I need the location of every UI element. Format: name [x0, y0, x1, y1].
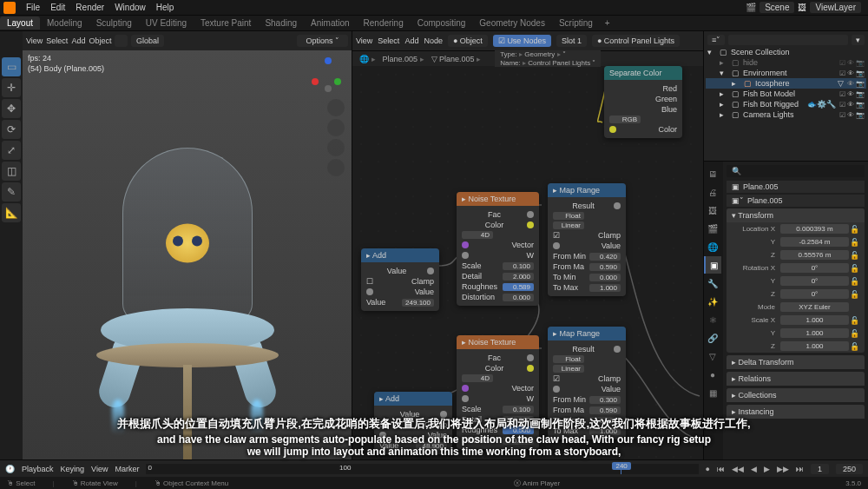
- prop-tab-scene[interactable]: 🎬: [704, 220, 721, 237]
- viewport-menu-add[interactable]: Add: [71, 36, 85, 45]
- cursor-tool[interactable]: ✛: [2, 78, 21, 97]
- node-add-1[interactable]: ▸ Add Value ☐ Clamp Value Value249.100: [361, 248, 439, 311]
- delta-transform-section[interactable]: ▸ Delta Transform: [727, 355, 865, 369]
- viewport-3d[interactable]: fps: 24 (54) Body (Plane.005): [23, 50, 352, 459]
- frame-start-field[interactable]: 1: [811, 464, 829, 474]
- lock-icon[interactable]: 🔓: [849, 290, 859, 299]
- tab-texture-paint[interactable]: Texture Paint: [194, 17, 258, 30]
- prop-tab-viewlayer[interactable]: 🖼: [704, 202, 721, 219]
- menu-file[interactable]: File: [21, 3, 45, 12]
- properties-search-input[interactable]: [745, 167, 859, 175]
- node-noise-texture-1[interactable]: ▸ Noise Texture Fac Color 4D Vector W Sc…: [457, 192, 539, 306]
- navigation-gizmo[interactable]: [310, 56, 346, 92]
- prop-tab-modifiers[interactable]: 🔧: [704, 274, 721, 292]
- node-menu-view[interactable]: View: [356, 36, 372, 45]
- tab-compositing[interactable]: Compositing: [411, 17, 473, 30]
- node-map-range-1[interactable]: ▸ Map Range Result Float Linear Clamp Va…: [548, 183, 626, 296]
- scene-name-field[interactable]: Scene: [760, 2, 794, 13]
- lock-icon[interactable]: 🔓: [849, 238, 859, 247]
- viewport-options-button[interactable]: Options ˅: [297, 35, 348, 47]
- lock-icon[interactable]: 🔓: [849, 264, 859, 273]
- scale-z-field[interactable]: 1.000: [780, 341, 849, 351]
- transport-prev-key[interactable]: ◀◀: [732, 465, 744, 473]
- menu-help[interactable]: Help: [151, 3, 180, 12]
- transport-play-rev[interactable]: ◀: [751, 465, 757, 473]
- timeline-track[interactable]: 0 100: [146, 464, 698, 474]
- orientation-dropdown[interactable]: Global: [131, 35, 164, 47]
- timeline-clock-icon[interactable]: 🕐: [5, 465, 15, 473]
- collections-section[interactable]: ▸ Collections: [727, 388, 865, 402]
- relations-section[interactable]: ▸ Relations: [727, 372, 865, 386]
- viewlayer-field[interactable]: ViewLayer: [810, 2, 861, 13]
- prop-tab-material[interactable]: ●: [704, 366, 721, 383]
- viewport-menu-view[interactable]: View: [26, 36, 43, 45]
- menu-edit[interactable]: Edit: [45, 3, 70, 12]
- outliner-item-environment[interactable]: ▾▢ Environment☑ 👁 📷: [706, 68, 866, 78]
- timeline-menu-keying[interactable]: Keying: [61, 465, 85, 473]
- outliner-item-camera-lights[interactable]: ▸▢ Camera Lights☑ 👁 📷: [706, 109, 866, 120]
- tab-rendering[interactable]: Rendering: [357, 17, 411, 30]
- breadcrumb-object[interactable]: Plane.005: [383, 55, 424, 63]
- viewport-menu-select[interactable]: Select: [46, 36, 68, 45]
- tab-shading[interactable]: Shading: [258, 17, 304, 30]
- rotation-x-field[interactable]: 0°: [780, 263, 849, 273]
- transform-section-title[interactable]: ▾ Transform: [727, 208, 865, 222]
- pan-icon[interactable]: [327, 119, 345, 136]
- outliner-filter-icon[interactable]: ≡˅: [707, 35, 725, 45]
- lock-icon[interactable]: 🔓: [849, 329, 859, 338]
- prop-tab-output[interactable]: 🖨: [704, 183, 721, 201]
- tab-sculpting[interactable]: Sculpting: [89, 17, 139, 30]
- location-y-field[interactable]: -0.2584 m: [780, 237, 849, 247]
- scale-x-field[interactable]: 1.000: [780, 315, 849, 325]
- lock-icon[interactable]: 🔓: [849, 342, 859, 351]
- breadcrumb-world-icon[interactable]: 🌐: [359, 55, 376, 63]
- lock-icon[interactable]: 🔓: [849, 316, 859, 325]
- rotation-y-field[interactable]: 0°: [780, 276, 849, 286]
- lock-icon[interactable]: 🔓: [849, 225, 859, 234]
- prop-tab-physics[interactable]: ⚛: [704, 311, 721, 328]
- select-tool[interactable]: ▭: [2, 57, 21, 76]
- measure-tool[interactable]: 📐: [2, 203, 21, 222]
- prop-tab-particles[interactable]: ✨: [704, 293, 721, 310]
- properties-search[interactable]: 🔍: [727, 165, 865, 177]
- tab-animation[interactable]: Animation: [304, 17, 356, 30]
- transport-start[interactable]: ⏮: [717, 465, 725, 473]
- timeline-menu-view[interactable]: View: [91, 465, 108, 473]
- timeline-menu-playback[interactable]: Playback: [22, 465, 54, 473]
- lock-icon[interactable]: 🔓: [849, 277, 859, 286]
- node-menu-node[interactable]: Node: [424, 36, 443, 45]
- prop-tab-texture[interactable]: ▦: [704, 384, 721, 401]
- outliner-search[interactable]: [728, 35, 848, 45]
- menu-render[interactable]: Render: [70, 3, 109, 12]
- transform-tool[interactable]: ◫: [2, 162, 21, 181]
- properties-object-name-2[interactable]: ▣˅ Plane.005: [727, 195, 865, 207]
- lock-icon[interactable]: 🔓: [849, 251, 859, 260]
- perspective-icon[interactable]: [327, 159, 345, 176]
- tab-uv-editing[interactable]: UV Editing: [139, 17, 194, 30]
- move-tool[interactable]: ✥: [2, 99, 21, 118]
- tab-modeling[interactable]: Modeling: [40, 17, 89, 30]
- outliner-collection-root[interactable]: ▾▢ Scene Collection: [706, 47, 866, 57]
- outliner-item-fish-bot-model[interactable]: ▸▢ Fish Bot Model☑ 👁 📷: [706, 89, 866, 99]
- prop-tab-data[interactable]: ▽: [704, 347, 721, 365]
- outliner-item-icosphere[interactable]: ▸▢ Icosphere▽👁 📷: [706, 78, 866, 89]
- object-pin-dropdown[interactable]: ● Object: [448, 35, 488, 47]
- transport-play[interactable]: ▶: [764, 465, 770, 473]
- material-field[interactable]: ● Control Panel Lights: [592, 35, 680, 47]
- location-z-field[interactable]: 0.55576 m: [780, 250, 849, 260]
- node-menu-add[interactable]: Add: [404, 36, 418, 45]
- annotate-tool[interactable]: ✎: [2, 182, 21, 202]
- prop-tab-object[interactable]: ▣: [704, 256, 721, 274]
- transport-end[interactable]: ⏭: [796, 465, 804, 473]
- rotation-z-field[interactable]: 0°: [780, 289, 849, 299]
- rotate-tool[interactable]: ⟳: [2, 120, 21, 139]
- prop-tab-render[interactable]: 🖥: [704, 165, 721, 182]
- node-separate-color[interactable]: Separate Color Red Green Blue RGB Color: [604, 66, 682, 138]
- menu-window[interactable]: Window: [109, 3, 151, 12]
- timeline-cursor[interactable]: [621, 464, 621, 474]
- tab-layout[interactable]: Layout: [0, 17, 40, 30]
- breadcrumb-data[interactable]: ▽ Plane.005: [431, 55, 482, 63]
- autokey-icon[interactable]: ●: [706, 465, 710, 473]
- outliner[interactable]: ≡˅ ▾ ▾▢ Scene Collection ▸▢ hide☑ 👁 📷 ▾▢…: [704, 31, 868, 162]
- node-menu-select[interactable]: Select: [378, 36, 399, 45]
